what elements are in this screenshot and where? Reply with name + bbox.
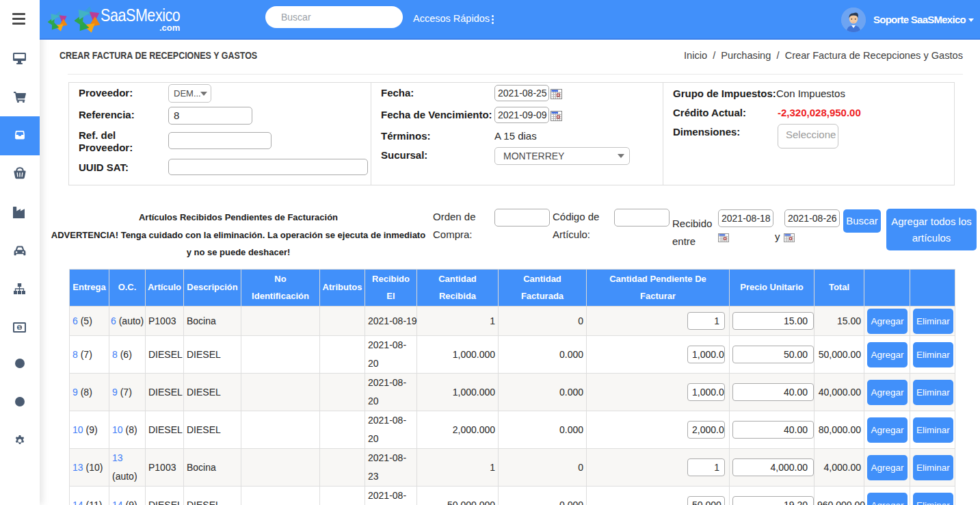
- svg-text:$: $: [18, 325, 21, 330]
